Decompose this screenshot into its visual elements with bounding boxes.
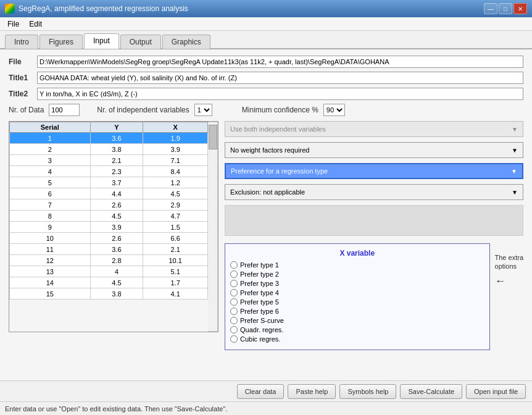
table-row[interactable]: 64.44.5	[10, 188, 208, 199]
table-row[interactable]: 144.51.7	[10, 277, 208, 288]
open-input-file-button[interactable]: Open input file	[466, 384, 526, 399]
minimize-button[interactable]: —	[484, 3, 497, 14]
tab-output[interactable]: Output	[120, 35, 161, 49]
right-panel: Use both independent variables ▼ No weig…	[225, 121, 523, 350]
col-header-y: Y	[90, 122, 143, 133]
table-row[interactable]: 53.71.2	[10, 177, 208, 188]
radio-label-1: Prefer type 1	[240, 261, 279, 269]
chevron-down-icon: ▼	[512, 126, 518, 133]
dropdown-regression-type[interactable]: Preference for a regression type ▼	[225, 163, 523, 179]
symbols-help-button[interactable]: Symbols help	[339, 384, 396, 399]
radio-input-9[interactable]	[230, 335, 238, 343]
tab-intro[interactable]: Intro	[5, 35, 38, 49]
min-conf-label: Minimum confidence %	[242, 106, 318, 114]
radio-input-3[interactable]	[230, 280, 238, 287]
radio-label-5: Prefer type 5	[240, 298, 279, 306]
menu-bar: File Edit	[0, 17, 532, 31]
dropdown-weight-factors[interactable]: No weight factors required ▼	[225, 142, 523, 158]
table-row[interactable]: 93.91.5	[10, 222, 208, 233]
col-header-serial: Serial	[10, 122, 91, 133]
status-text: Enter data or use "Open" to edit existin…	[5, 405, 227, 413]
title1-input[interactable]	[37, 72, 523, 84]
table-row[interactable]: 113.62.1	[10, 244, 208, 255]
nr-data-label: Nr. of Data	[9, 106, 44, 114]
tab-input[interactable]: Input	[84, 33, 119, 49]
data-table-section: Serial Y X 13.61.923.83.932.17.142.38.45…	[9, 121, 218, 350]
tab-graphics[interactable]: Graphics	[162, 35, 210, 49]
main-content: File Title1 Title2 Nr. of Data Nr. of in…	[0, 49, 532, 380]
radio-row: Prefer type 5	[230, 298, 484, 306]
radio-input-8[interactable]	[230, 326, 238, 333]
nr-data-input[interactable]	[49, 104, 80, 116]
title-bar: SegRegA, amplified segmented regression …	[0, 0, 532, 17]
table-row[interactable]: 122.810.1	[10, 255, 208, 266]
nr-indep-select[interactable]: 1 2	[194, 104, 212, 116]
radio-row: Prefer type 4	[230, 289, 484, 296]
app-icon	[5, 4, 15, 14]
scrollbar-track[interactable]	[208, 122, 218, 332]
table-row[interactable]: 72.62.9	[10, 199, 208, 211]
table-row[interactable]: 1345.1	[10, 266, 208, 277]
chevron-down-icon: ▼	[512, 147, 518, 154]
x-variable-title: X variable	[230, 249, 484, 258]
table-row[interactable]: 102.66.6	[10, 233, 208, 244]
arrow-icon: ←	[495, 275, 506, 288]
table-row[interactable]: 13.61.9	[10, 133, 208, 144]
chevron-down-icon: ▼	[512, 189, 518, 196]
radio-label-3: Prefer type 3	[240, 280, 279, 287]
close-button[interactable]: ✕	[513, 3, 527, 14]
extra-options-text: The extraoptions	[495, 253, 523, 271]
radio-label-8: Quadr. regres.	[240, 326, 283, 333]
radio-input-6[interactable]	[230, 308, 238, 315]
save-calculate-button[interactable]: Save-Calculate	[400, 384, 462, 399]
chevron-down-icon: ▼	[511, 168, 517, 175]
dropdown-exclusion[interactable]: Exclusion: not applicable ▼	[225, 184, 523, 200]
radio-row: Prefer type 2	[230, 270, 484, 278]
col-header-x: X	[143, 122, 208, 133]
table-row[interactable]: 42.38.4	[10, 166, 208, 177]
radio-label-7: Prefer S-curve	[240, 317, 284, 324]
clear-data-button[interactable]: Clear data	[237, 384, 285, 399]
radio-label-9: Cubic regres.	[240, 335, 280, 343]
radio-row: Prefer type 3	[230, 280, 484, 287]
dropdown-both-vars[interactable]: Use both independent variables ▼	[225, 121, 523, 137]
radio-input-1[interactable]	[230, 261, 238, 269]
title2-label: Title2	[9, 90, 37, 98]
x-variable-box: X variable Prefer type 1Prefer type 2Pre…	[225, 243, 490, 350]
nr-indep-label: Nr. of independent variables	[97, 106, 189, 114]
menu-file[interactable]: File	[2, 19, 24, 30]
graph-placeholder	[225, 205, 523, 236]
bottom-bar: Clear data Paste help Symbols help Save-…	[0, 380, 532, 401]
radio-row: Prefer type 1	[230, 261, 484, 269]
radio-label-2: Prefer type 2	[240, 270, 279, 278]
radio-label-4: Prefer type 4	[240, 289, 279, 296]
radio-row: Cubic regres.	[230, 335, 484, 343]
data-table: Serial Y X 13.61.923.83.932.17.142.38.45…	[9, 122, 208, 300]
radio-row: Prefer type 6	[230, 308, 484, 315]
title2-input[interactable]	[37, 88, 523, 100]
radio-row: Prefer S-curve	[230, 317, 484, 324]
table-row[interactable]: 23.83.9	[10, 144, 208, 155]
file-label: File	[9, 57, 37, 66]
title1-label: Title1	[9, 73, 37, 82]
radio-input-7[interactable]	[230, 317, 238, 324]
radio-input-2[interactable]	[230, 270, 238, 278]
tabs-bar: Intro Figures Input Output Graphics	[0, 31, 532, 49]
tab-figures[interactable]: Figures	[39, 35, 83, 49]
status-bar: Enter data or use "Open" to edit existin…	[0, 401, 532, 415]
maximize-button[interactable]: □	[499, 3, 512, 14]
table-scroll[interactable]: Serial Y X 13.61.923.83.932.17.142.38.45…	[9, 122, 208, 332]
min-conf-select[interactable]: 90 95	[323, 104, 345, 116]
table-row[interactable]: 153.84.1	[10, 288, 208, 300]
radio-label-6: Prefer type 6	[240, 308, 279, 315]
window-title: SegRegA, amplified segmented regression …	[19, 4, 484, 13]
paste-help-button[interactable]: Paste help	[288, 384, 336, 399]
table-row[interactable]: 32.17.1	[10, 155, 208, 166]
radio-row: Quadr. regres.	[230, 326, 484, 333]
table-row[interactable]: 84.54.7	[10, 211, 208, 222]
menu-edit[interactable]: Edit	[24, 19, 47, 30]
radio-input-5[interactable]	[230, 298, 238, 306]
scrollbar-thumb[interactable]	[209, 125, 217, 149]
file-input[interactable]	[37, 56, 523, 68]
radio-input-4[interactable]	[230, 289, 238, 296]
